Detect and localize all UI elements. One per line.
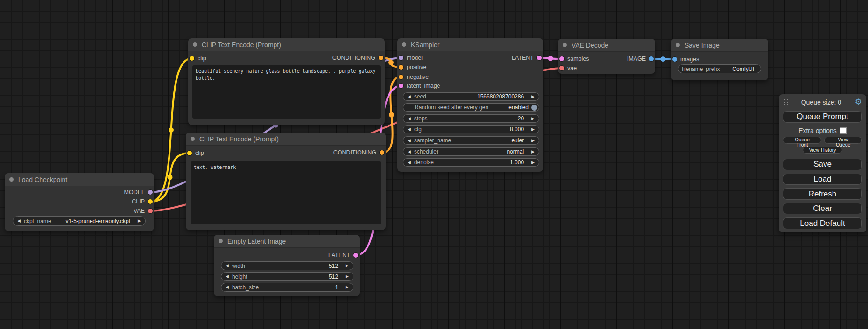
widget-filename-prefix[interactable]: filename_prefixComfyUI — [678, 64, 761, 73]
prompt-textarea[interactable]: beautiful scenery nature glass bottle la… — [192, 65, 381, 119]
node-save-image[interactable]: Save Imageimagesfilename_prefixComfyUI — [671, 39, 768, 80]
drag-handle-icon[interactable] — [784, 99, 788, 105]
output-slot-dot[interactable] — [379, 56, 383, 60]
widget-increment-arrow-icon[interactable]: ▶ — [531, 95, 535, 99]
widget-decrement-arrow-icon[interactable]: ◀ — [408, 161, 411, 165]
input-port-samples[interactable]: samples — [559, 56, 589, 62]
save-button[interactable]: Save — [783, 159, 862, 170]
output-slot-dot[interactable] — [649, 56, 654, 61]
output-slot-dot[interactable] — [148, 199, 153, 204]
output-port-latent[interactable]: LATENT — [512, 55, 542, 61]
node-clip-text-encode-negative[interactable]: CLIP Text Encode (Prompt)clipCONDITIONIN… — [186, 133, 386, 230]
widget-width[interactable]: ◀width512▶ — [221, 261, 353, 270]
node-header[interactable]: CLIP Text Encode (Prompt) — [188, 38, 385, 51]
load-button[interactable]: Load — [783, 174, 862, 185]
widget-increment-arrow-icon[interactable]: ▶ — [531, 161, 535, 165]
input-slot-dot[interactable] — [399, 56, 403, 60]
output-port-clip[interactable]: CLIP — [132, 198, 153, 205]
input-port-images[interactable]: images — [672, 56, 699, 63]
input-slot-dot[interactable] — [672, 57, 677, 62]
input-slot-dot[interactable] — [399, 75, 403, 79]
widget-random-seed-after-every-gen[interactable]: Random seed after every genenabled — [403, 103, 539, 112]
collapse-dot-icon[interactable] — [402, 42, 406, 47]
widget-steps[interactable]: ◀steps20▶ — [403, 114, 539, 123]
widget-decrement-arrow-icon[interactable]: ◀ — [408, 95, 411, 99]
output-port-image[interactable]: IMAGE — [627, 56, 654, 62]
clear-button[interactable]: Clear — [783, 203, 862, 215]
collapse-dot-icon[interactable] — [9, 177, 14, 182]
node-header[interactable]: Empty Latent Image — [214, 235, 360, 248]
collapse-dot-icon[interactable] — [191, 137, 195, 141]
collapse-dot-icon[interactable] — [676, 43, 680, 47]
widget-increment-arrow-icon[interactable]: ▶ — [531, 117, 535, 121]
input-slot-dot[interactable] — [399, 84, 403, 88]
output-port-latent[interactable]: LATENT — [328, 252, 358, 259]
output-port-conditioning[interactable]: CONDITIONING — [333, 149, 384, 156]
widget-height[interactable]: ◀height512▶ — [221, 272, 353, 281]
widget-increment-arrow-icon[interactable]: ▶ — [531, 127, 535, 132]
prompt-textarea[interactable]: text, watermark — [191, 161, 381, 224]
output-slot-dot[interactable] — [148, 209, 153, 213]
widget-decrement-arrow-icon[interactable]: ◀ — [408, 117, 411, 121]
widget-decrement-arrow-icon[interactable]: ◀ — [408, 139, 411, 143]
node-header[interactable]: Load Checkpoint — [5, 173, 154, 186]
widget-increment-arrow-icon[interactable]: ▶ — [138, 219, 141, 223]
node-header[interactable]: KSampler — [397, 38, 543, 51]
view-queue-button[interactable]: View Queue — [824, 137, 862, 144]
input-port-vae[interactable]: vae — [559, 65, 577, 71]
input-port-negative[interactable]: negative — [399, 74, 429, 80]
node-vae-decode[interactable]: VAE DecodesamplesvaeIMAGE — [558, 39, 655, 74]
widget-decrement-arrow-icon[interactable]: ◀ — [408, 150, 411, 154]
collapse-dot-icon[interactable] — [563, 43, 567, 47]
node-load-checkpoint[interactable]: Load CheckpointMODELCLIPVAE◀ckpt_namev1-… — [5, 173, 154, 231]
input-slot-dot[interactable] — [187, 151, 192, 155]
widget-decrement-arrow-icon[interactable]: ◀ — [17, 219, 21, 223]
node-header[interactable]: VAE Decode — [558, 39, 655, 52]
toggle-on-icon[interactable] — [531, 105, 537, 111]
input-port-clip[interactable]: clip — [187, 150, 204, 156]
view-history-button[interactable]: View History — [803, 147, 842, 154]
widget-increment-arrow-icon[interactable]: ▶ — [531, 150, 535, 154]
widget-increment-arrow-icon[interactable]: ▶ — [346, 285, 349, 289]
node-header[interactable]: Save Image — [671, 39, 768, 52]
widget-cfg[interactable]: ◀cfg8.000▶ — [403, 125, 539, 133]
widget-seed[interactable]: ◀seed156680208700286▶ — [403, 92, 539, 101]
input-slot-dot[interactable] — [190, 56, 194, 61]
node-graph-canvas[interactable]: Load CheckpointMODELCLIPVAE◀ckpt_namev1-… — [0, 0, 868, 329]
output-slot-dot[interactable] — [148, 190, 153, 195]
output-port-vae[interactable]: VAE — [134, 208, 153, 214]
input-slot-dot[interactable] — [399, 65, 403, 70]
widget-decrement-arrow-icon[interactable]: ◀ — [226, 285, 229, 289]
input-port-model[interactable]: model — [399, 55, 423, 61]
input-slot-dot[interactable] — [559, 66, 564, 70]
output-slot-dot[interactable] — [380, 150, 384, 155]
widget-scheduler[interactable]: ◀schedulernormal▶ — [403, 147, 539, 156]
widget-decrement-arrow-icon[interactable]: ◀ — [226, 264, 229, 268]
queue-prompt-button[interactable]: Queue Prompt — [783, 111, 862, 123]
widget-denoise[interactable]: ◀denoise1.000▶ — [403, 158, 539, 167]
output-port-model[interactable]: MODEL — [124, 189, 153, 196]
extra-options-checkbox[interactable] — [840, 127, 847, 134]
node-empty-latent-image[interactable]: Empty Latent ImageLATENT◀width512▶◀heigh… — [214, 235, 360, 296]
collapse-dot-icon[interactable] — [193, 42, 197, 47]
input-port-positive[interactable]: positive — [399, 64, 426, 70]
widget-ckpt-name[interactable]: ◀ckpt_namev1-5-pruned-emaonly.ckpt▶ — [13, 216, 146, 226]
widget-increment-arrow-icon[interactable]: ▶ — [531, 139, 535, 143]
output-slot-dot[interactable] — [537, 56, 542, 60]
widget-batch-size[interactable]: ◀batch_size1▶ — [221, 283, 353, 292]
node-clip-text-encode-positive[interactable]: CLIP Text Encode (Prompt)clipCONDITIONIN… — [188, 38, 385, 125]
node-ksampler[interactable]: KSamplermodelpositivenegativelatent_imag… — [397, 38, 543, 172]
load-default-button[interactable]: Load Default — [783, 217, 862, 229]
refresh-button[interactable]: Refresh — [783, 188, 862, 200]
input-port-clip[interactable]: clip — [190, 55, 206, 62]
input-port-latent-image[interactable]: latent_image — [399, 83, 440, 89]
widget-decrement-arrow-icon[interactable]: ◀ — [408, 127, 411, 132]
input-slot-dot[interactable] — [559, 56, 564, 61]
gear-icon[interactable] — [855, 98, 862, 106]
node-header[interactable]: CLIP Text Encode (Prompt) — [186, 133, 386, 146]
output-port-conditioning[interactable]: CONDITIONING — [332, 55, 383, 61]
widget-increment-arrow-icon[interactable]: ▶ — [346, 264, 349, 268]
queue-front-button[interactable]: Queue Front — [783, 137, 821, 144]
widget-increment-arrow-icon[interactable]: ▶ — [346, 274, 349, 279]
widget-sampler-name[interactable]: ◀sampler_nameeuler▶ — [403, 136, 539, 145]
